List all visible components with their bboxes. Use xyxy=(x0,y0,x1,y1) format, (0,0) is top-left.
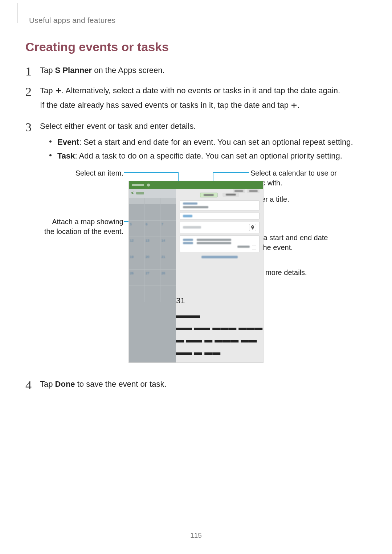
tab-event xyxy=(200,193,217,197)
step-2-line1-pre: Tap xyxy=(40,86,55,95)
field-location xyxy=(180,222,260,233)
margin-tick xyxy=(17,3,17,23)
step-3-bullet-task-rest: : Add a task to do on a specific date. Y… xyxy=(75,151,342,160)
callout-select-item: Select an item. xyxy=(40,168,123,178)
hint-text: ▬▬ ▬▬ ▬▬▬ ▬▬▬ ▬ ▬▬ ▬ ▬▬▬ ▬▬ ▬▬ ▬ ▬▬ xyxy=(176,321,263,358)
step-2-line2-post: . xyxy=(297,100,299,110)
no-events-label: ▬▬▬ xyxy=(176,309,263,321)
plus-icon xyxy=(55,85,62,98)
step-3-intro: Select either event or task and enter de… xyxy=(40,120,367,132)
selected-day-card: 31 ▬▬▬ ▬▬ ▬▬ ▬▬▬ ▬▬▬ ▬ ▬▬ ▬ ▬▬▬ ▬▬ ▬▬ ▬ … xyxy=(176,295,263,358)
field-dates xyxy=(180,235,260,252)
breadcrumb: Useful apps and features xyxy=(29,16,367,25)
callout-attach-map: Attach a map showing the location of the… xyxy=(40,217,123,237)
tablet-mock: < 567 121314 192021 262728 xyxy=(128,181,264,363)
status-bar xyxy=(129,181,263,189)
leader-line xyxy=(124,172,178,173)
step-2-number: 2 xyxy=(25,82,32,102)
step-2: 2 Tap . Alternatively, select a date wit… xyxy=(25,85,367,112)
tab-task xyxy=(222,193,239,197)
step-3-bullet-event: Event: Set a start and end date for an e… xyxy=(49,136,367,148)
step-4-bold: Done xyxy=(55,379,75,389)
step-1-number: 1 xyxy=(25,62,32,81)
plus-icon xyxy=(291,100,297,112)
step-1: 1 Tap S Planner on the Apps screen. xyxy=(25,64,367,77)
event-form-pane: 31 ▬▬▬ ▬▬ ▬▬ ▬▬▬ ▬▬▬ ▬ ▬▬ ▬ ▬▬▬ ▬▬ ▬▬ ▬ … xyxy=(176,189,263,362)
calendar-pane: < 567 121314 192021 262728 xyxy=(129,189,176,362)
field-title xyxy=(180,213,260,219)
form-top-buttons xyxy=(233,189,260,193)
svg-point-0 xyxy=(252,226,253,227)
section-title: Creating events or tasks xyxy=(25,40,367,54)
step-3-bullet-task-bold: Task xyxy=(57,151,75,160)
step-3-bullet-task: Task: Add a task to do on a specific dat… xyxy=(49,150,367,162)
figure-event-form: Select an item. Attach a map showing the… xyxy=(40,166,374,369)
step-1-bold: S Planner xyxy=(55,66,92,75)
step-2-line1-post: . Alternatively, select a date with no e… xyxy=(62,86,340,95)
page-number: 115 xyxy=(0,532,392,539)
callout-set-dates: Set a start and end date for the event. xyxy=(250,233,338,253)
step-2-line2-pre: If the date already has saved events or … xyxy=(40,100,291,110)
callout-select-calendar: Select a calendar to use or sync with. xyxy=(250,168,338,188)
callout-enter-title: Enter a title. xyxy=(250,194,338,204)
step-3-bullet-event-bold: Event xyxy=(57,138,79,147)
selected-day-number: 31 xyxy=(176,296,185,305)
step-3-number: 3 xyxy=(25,118,32,137)
callout-add-details: Add more details. xyxy=(250,268,338,278)
field-calendar xyxy=(180,200,260,210)
step-4-text-pre: Tap xyxy=(40,379,55,389)
map-pin-icon xyxy=(249,224,256,231)
step-4-number: 4 xyxy=(25,376,32,395)
event-task-tabs xyxy=(180,193,260,197)
step-1-text-post: on the Apps screen. xyxy=(92,66,165,75)
leader-line xyxy=(213,172,249,173)
view-more-options xyxy=(201,256,238,258)
step-4: 4 Tap Done to save the event or task. xyxy=(25,378,367,390)
step-4-text-post: to save the event or task. xyxy=(75,379,167,389)
step-3: 3 Select either event or task and enter … xyxy=(25,120,367,369)
step-3-bullet-event-rest: : Set a start and end date for an event.… xyxy=(79,138,353,147)
step-1-text-pre: Tap xyxy=(40,66,55,75)
